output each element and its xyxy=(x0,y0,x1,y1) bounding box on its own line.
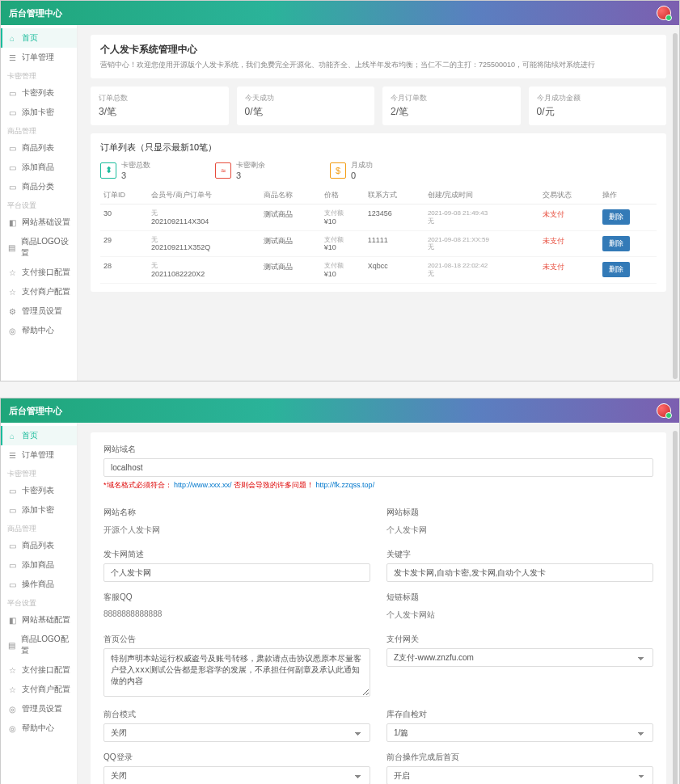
sidebar-item[interactable]: ☰订单管理 xyxy=(1,445,77,465)
sidebar-item[interactable]: ▭添加商品 xyxy=(1,555,77,575)
sidebar-item[interactable]: ☆支付商户配置 xyxy=(1,680,77,699)
sidebar-item[interactable]: ▤商品LOGO设置 xyxy=(1,232,77,263)
site-desc-label: 发卡网简述 xyxy=(103,549,370,560)
qq-login-select[interactable]: 关闭 xyxy=(103,766,370,784)
mini-stat-icon: ⬍ xyxy=(100,162,116,179)
stat-label: 今月订单数 xyxy=(391,93,513,103)
cell-action: 删除 xyxy=(599,257,657,284)
stat-value: 3/笔 xyxy=(99,105,221,119)
nav-icon: ▭ xyxy=(7,162,17,172)
cell-time: 2021-09-08 21:XX:59无 xyxy=(424,230,539,257)
stat-card: 订单总数3/笔 xyxy=(91,86,229,125)
site-desc-input[interactable] xyxy=(103,563,370,582)
nav-icon: ☆ xyxy=(7,287,17,297)
tip-label: 前台操作完成后首页 xyxy=(386,752,653,763)
table-row: 30无2021092114X304测试商品支付额¥101234562021-09… xyxy=(100,204,657,231)
mini-stat: $月成功0 xyxy=(330,160,373,180)
cell-product: 测试商品 xyxy=(260,230,320,257)
nav-icon: ◎ xyxy=(7,326,17,335)
sidebar-item[interactable]: ▭添加商品 xyxy=(1,158,77,177)
mini-stat-icon: ≈ xyxy=(215,162,231,179)
cell-contact: 123456 xyxy=(365,204,424,231)
cell-action: 删除 xyxy=(599,230,657,257)
cell-status: 未支付 xyxy=(539,204,599,231)
nav-icon: ◎ xyxy=(7,704,17,714)
sidebar-item-label: 首页 xyxy=(22,430,38,441)
nav-group-label: 平台设置 xyxy=(1,594,77,610)
sidebar-item[interactable]: ◎帮助中心 xyxy=(1,321,77,340)
avatar[interactable] xyxy=(657,6,671,20)
sidebar-item[interactable]: ☰订单管理 xyxy=(1,48,77,67)
sidebar-item[interactable]: ▭添加卡密 xyxy=(1,103,77,122)
nav-icon: ▭ xyxy=(7,541,17,550)
inventory-select[interactable]: 1/篇 xyxy=(386,723,653,742)
sidebar-item[interactable]: ⌂首页 xyxy=(1,28,77,48)
sidebar-item[interactable]: ☆支付接口配置 xyxy=(1,660,77,680)
sidebar-item-label: 订单管理 xyxy=(22,52,54,63)
cell-id: 28 xyxy=(100,257,148,284)
sidebar-item-label: 添加商品 xyxy=(22,559,54,571)
qq-login-label: QQ登录 xyxy=(103,752,370,763)
sidebar-item[interactable]: ◎帮助中心 xyxy=(1,719,77,738)
sidebar-item[interactable]: ▭卡密列表 xyxy=(1,481,77,500)
mini-stat-icon: $ xyxy=(330,162,346,179)
nav-group-label: 平台设置 xyxy=(1,196,77,213)
site-url-input[interactable] xyxy=(103,458,653,477)
table-header: 交易状态 xyxy=(539,187,599,204)
avatar[interactable] xyxy=(657,403,671,418)
tpl-select[interactable]: 关闭 xyxy=(103,723,370,742)
sidebar-item-label: 帮助中心 xyxy=(22,325,54,336)
cell-id: 29 xyxy=(100,230,148,257)
keywords-label: 关键字 xyxy=(386,549,653,560)
notice-textarea[interactable] xyxy=(103,648,370,697)
cell-contact: 11111 xyxy=(365,230,424,257)
nav-icon: ▭ xyxy=(7,88,17,98)
settings-form: 网站域名 *域名格式必须符合： http://www.xxx.xx/ 否则会导致… xyxy=(91,432,666,784)
delete-button[interactable]: 删除 xyxy=(602,236,630,251)
cell-time: 2021-09-08 21:49:43无 xyxy=(424,204,539,231)
delete-button[interactable]: 删除 xyxy=(602,209,630,225)
warn-link-1[interactable]: http://www.xxx.xx/ xyxy=(174,481,232,489)
nav-icon: ▤ xyxy=(7,640,16,650)
pay-gateway-select[interactable]: Z支付-www.znzfu.com xyxy=(386,648,653,667)
warn-link-2[interactable]: http://fk.zzqss.top/ xyxy=(316,481,375,489)
sidebar-item-label: 帮助中心 xyxy=(22,723,54,734)
keywords-input[interactable] xyxy=(386,563,653,582)
sidebar-item[interactable]: ▭商品列表 xyxy=(1,536,77,555)
nav-icon: ◧ xyxy=(7,615,17,625)
sidebar: ⌂首页☰订单管理卡密管理▭卡密列表▭添加卡密商品管理▭商品列表▭添加商品▭商品分… xyxy=(1,25,78,381)
cell-price: 支付额¥10 xyxy=(321,257,365,284)
sidebar-item[interactable]: ⚙管理员设置 xyxy=(1,301,77,321)
tip-select[interactable]: 开启 xyxy=(386,766,653,784)
sidebar: ⌂首页☰订单管理卡密管理▭卡密列表▭添加卡密商品管理▭商品列表▭添加商品▭操作商… xyxy=(1,423,78,784)
cell-time: 2021-08-18 22:02:42无 xyxy=(424,257,539,284)
cell-product: 测试商品 xyxy=(260,257,320,284)
nav-group-label: 卡密管理 xyxy=(1,67,77,83)
sidebar-item-label: 商品列表 xyxy=(22,142,54,154)
short-label: 短链标题 xyxy=(386,592,653,603)
sidebar-item[interactable]: ☆支付商户配置 xyxy=(1,282,77,301)
sidebar-item[interactable]: ▭商品分类 xyxy=(1,177,77,196)
sidebar-item-label: 订单管理 xyxy=(22,449,54,461)
site-url-label: 网站域名 xyxy=(103,444,653,455)
sidebar-item[interactable]: ◧网站基础配置 xyxy=(1,610,77,630)
nav-icon: ▭ xyxy=(7,486,17,495)
sidebar-item[interactable]: ◎管理员设置 xyxy=(1,699,77,719)
stat-value: 0/笔 xyxy=(245,105,367,119)
nav-icon: ▤ xyxy=(7,242,16,252)
sidebar-item[interactable]: ⌂首页 xyxy=(1,426,77,445)
table-header: 订单ID xyxy=(100,187,148,204)
sidebar-item[interactable]: ▤商品LOGO配置 xyxy=(1,630,77,660)
sidebar-item[interactable]: ☆支付接口配置 xyxy=(1,263,77,282)
sidebar-item[interactable]: ◧网站基础设置 xyxy=(1,213,77,232)
table-header: 联系方式 xyxy=(365,187,424,204)
delete-button[interactable]: 删除 xyxy=(602,262,630,277)
sidebar-item[interactable]: ▭操作商品 xyxy=(1,575,77,594)
sidebar-item[interactable]: ▭添加卡密 xyxy=(1,500,77,520)
mini-stat-label: 卡密总数 xyxy=(121,160,150,171)
sidebar-item[interactable]: ▭卡密列表 xyxy=(1,83,77,103)
cell-action: 删除 xyxy=(599,204,657,231)
sidebar-item[interactable]: ▭商品列表 xyxy=(1,138,77,158)
welcome-panel: 个人发卡系统管理中心 营销中心！欢迎您使用开源版个人发卡系统，我们免费完全开源化… xyxy=(91,35,666,78)
stat-label: 今月成功金额 xyxy=(537,93,659,103)
